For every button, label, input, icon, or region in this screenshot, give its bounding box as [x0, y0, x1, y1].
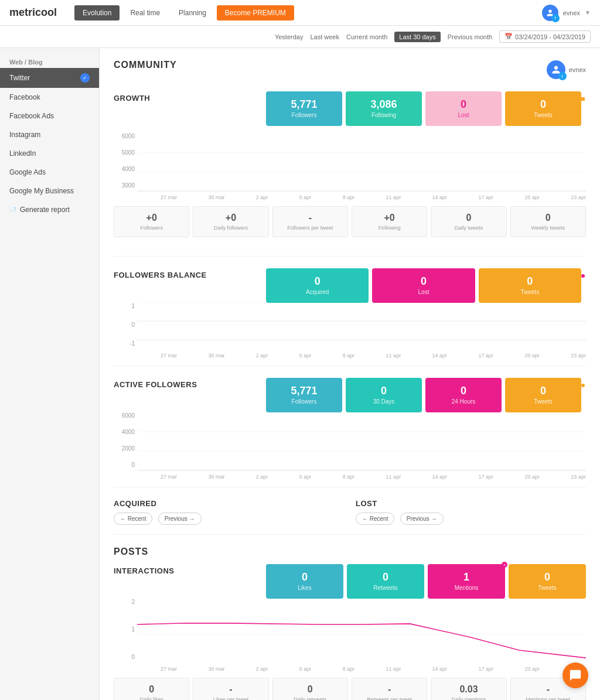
int-cards: 0 Likes 0 Retweets 1 Mentions + [266, 564, 586, 599]
stat-dr-label: Daily retweets [277, 696, 344, 700]
af-label: ACTIVE FOLLOWERS [114, 378, 266, 389]
fb-chart-wrapper: 1 0 -1 27 mar 30 mar 2 apr 5 apr 8 apr 1… [114, 303, 586, 358]
af-y3: 2000 [114, 445, 135, 452]
linkedin-label: LinkedIn [9, 149, 36, 158]
int-mentions-value: 1 [434, 571, 499, 583]
filter-previous-month[interactable]: Previous month [448, 33, 492, 40]
calendar-icon: 📅 [504, 33, 513, 40]
growth-card-following: 3,086 Following [346, 91, 422, 126]
google-ads-label: Google Ads [9, 168, 46, 176]
user-icon-wrapper: t [542, 5, 558, 21]
int-retweets-value: 0 [353, 571, 418, 583]
fb-dot-pink [581, 274, 585, 278]
af-tweets-value: 0 [511, 385, 575, 397]
af-30days-label: 30 Days [373, 398, 395, 405]
stat-followers-value: +0 [118, 213, 185, 223]
int-card-tweets: 0 Tweets [509, 564, 586, 599]
stat-weekly-tweets-label: Weekly tweets [514, 225, 582, 231]
growth-x-axis: 27 mar 30 mar 2 apr 5 apr 8 apr 11 apr 1… [137, 194, 586, 200]
filter-last-week[interactable]: Last week [310, 33, 339, 40]
filter-yesterday[interactable]: Yesterday [275, 33, 304, 40]
date-range-value: 03/24/2019 - 04/23/2019 [515, 33, 585, 40]
acquired-section: ACQUIRED ← Recent Previous → [114, 499, 344, 525]
active-followers-section: ACTIVE FOLLOWERS 5,771 Followers 0 30 Da… [114, 378, 586, 487]
af-dot-spacer [581, 378, 586, 387]
fb-y-axis: 1 0 -1 [114, 303, 135, 347]
sidebar-item-facebook[interactable]: Facebook [0, 88, 99, 107]
y-5000: 5000 [114, 149, 135, 156]
twitter-badge: t [551, 14, 560, 22]
lost-title: LOST [356, 499, 586, 508]
y-3000: 3000 [114, 182, 135, 189]
instagram-label: Instagram [9, 131, 40, 139]
stat-daily-mentions: 0.03 Daily mentions [431, 678, 506, 700]
posts-title: POSTS [114, 547, 586, 557]
int-x-axis: 27 mar 30 mar 2 apr 5 apr 8 apr 11 apr 1… [137, 666, 586, 672]
lost-previous-btn[interactable]: Previous → [400, 513, 444, 525]
nav-premium[interactable]: Become PREMIUM [217, 5, 294, 21]
community-user-icon: t evnex [547, 60, 586, 79]
fb-chart-svg [137, 303, 586, 350]
stat-rpt-label: Retweets per tweet [356, 696, 423, 700]
growth-tweets-value: 0 [511, 98, 575, 111]
growth-lost-value: 0 [431, 98, 496, 111]
int-mentions-label: Mentions [455, 585, 479, 591]
growth-section: GROWTH 5,771 Followers 3,086 Following 0… [114, 91, 586, 257]
fb-lost-label: Lost [418, 289, 429, 295]
community-avatar: t [547, 60, 565, 79]
filter-last-30[interactable]: Last 30 days [394, 32, 440, 42]
lost-section: LOST ← Recent Previous → [356, 499, 586, 525]
generate-report-label: Generate report [20, 206, 70, 214]
fb-y2: 0 [114, 322, 135, 328]
sidebar-item-facebook-ads[interactable]: Facebook Ads [0, 107, 99, 125]
af-card-followers: 5,771 Followers [266, 378, 342, 412]
sidebar-item-google-ads[interactable]: Google Ads [0, 163, 99, 182]
stat-daily-followers-value: +0 [197, 213, 264, 223]
growth-lost-label: Lost [458, 112, 469, 118]
sidebar-item-instagram[interactable]: Instagram [0, 125, 99, 144]
stat-rpt-value: - [356, 684, 423, 695]
acquired-previous-btn[interactable]: Previous → [158, 513, 202, 525]
stat-followers-per-tweet: - Followers per tweet [272, 206, 348, 237]
sidebar-item-google-my-business[interactable]: Google My Business [0, 182, 99, 200]
nav-right: t evnex ▼ [542, 5, 591, 21]
stat-weekly-tweets: 0 Weekly tweets [510, 206, 586, 237]
nav-realtime[interactable]: Real time [122, 5, 168, 21]
nav-planning[interactable]: Planning [171, 5, 214, 21]
sidebar-item-generate-report[interactable]: 📄 Generate report [0, 200, 99, 219]
fb-lost-value: 0 [378, 275, 469, 288]
af-followers-label: Followers [292, 398, 317, 405]
growth-followers-value: 5,771 [272, 98, 336, 111]
fb-acquired-label: Acquired [306, 289, 329, 295]
sidebar-item-twitter[interactable]: Twitter ✓ [0, 68, 99, 88]
af-y2: 4000 [114, 429, 135, 435]
stat-following: +0 Following [352, 206, 427, 237]
date-range-picker[interactable]: 📅 03/24/2019 - 04/23/2019 [499, 30, 591, 43]
af-cards: 5,771 Followers 0 30 Days 0 24 Hours 0 T… [266, 378, 581, 412]
lost-recent-btn[interactable]: ← Recent [356, 513, 394, 525]
int-y-axis: 2 1 0 [114, 599, 135, 660]
chat-button[interactable] [562, 663, 588, 688]
fb-card-acquired: 0 Acquired [266, 268, 369, 303]
growth-card-followers: 5,771 Followers [266, 91, 342, 126]
int-tweets-label: Tweets [538, 585, 557, 591]
stat-retweets-per-tweet: - Retweets per tweet [352, 678, 427, 700]
int-likes-label: Likes [298, 585, 311, 591]
int-label: INTERACTIONS [114, 564, 266, 575]
acquired-recent-btn[interactable]: ← Recent [114, 513, 152, 525]
community-user-name: evnex [569, 66, 586, 73]
filter-current-month[interactable]: Current month [346, 33, 387, 40]
int-small-stats: 0 Daily likes - Likes per tweet 0 Daily … [114, 678, 586, 700]
sidebar-item-linkedin[interactable]: LinkedIn [0, 144, 99, 163]
af-header-row: ACTIVE FOLLOWERS 5,771 Followers 0 30 Da… [114, 378, 586, 412]
stat-following-value: +0 [356, 213, 423, 223]
nav-evolution[interactable]: Evolution [74, 5, 120, 21]
growth-label: GROWTH [114, 91, 266, 103]
main-layout: Web / Blog Twitter ✓ Facebook Facebook A… [0, 48, 600, 700]
fb-header-row: FOLLOWERS BALANCE 0 Acquired 0 Lost 0 Tw… [114, 268, 586, 303]
user-menu-arrow[interactable]: ▼ [585, 9, 591, 16]
int-card-likes: 0 Likes [266, 564, 343, 599]
af-card-tweets: 0 Tweets [505, 378, 581, 412]
stat-dr-value: 0 [277, 684, 344, 695]
stat-mpt-label: Mentions per tweet [514, 696, 582, 700]
